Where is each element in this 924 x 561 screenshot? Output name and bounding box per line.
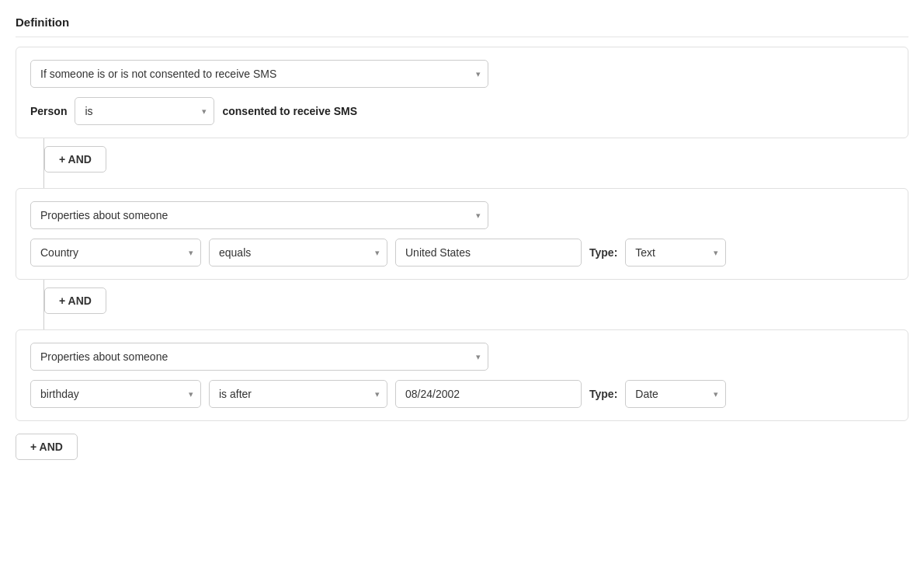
block3-category-select[interactable]: Properties about someone Properties abou… (30, 343, 488, 371)
block3-main-row: Properties about someone Properties abou… (30, 343, 894, 371)
and-button-3-wrapper: + AND (16, 421, 908, 460)
and-connector-2: + AND (16, 280, 908, 322)
and-button-2[interactable]: + AND (44, 287, 106, 314)
block2-type-label: Type: (589, 246, 617, 259)
block2-condition-select[interactable]: equals does not equal contains starts wi… (209, 239, 387, 267)
vertical-line-1b (43, 180, 44, 188)
block2-value-input[interactable] (395, 239, 582, 267)
block2-main-row: Properties about someone Properties abou… (30, 201, 894, 229)
block2-type-select[interactable]: Text Number Date Boolean (625, 239, 726, 267)
block2-condition-wrapper[interactable]: equals does not equal contains starts wi… (209, 239, 387, 267)
block3-property-wrapper[interactable]: birthday first name last name email ▾ (30, 380, 201, 408)
consented-text: consented to receive SMS (222, 105, 357, 117)
block3-condition-wrapper[interactable]: is after is before is on is between ▾ (209, 380, 387, 408)
block2-category-dropdown-wrapper[interactable]: Properties about someone Properties abou… (30, 201, 488, 229)
block3-type-select[interactable]: Date Text Number Boolean (625, 380, 726, 408)
block1-main-row: If someone is or is not consented to rec… (30, 60, 894, 88)
and-button-1-wrapper: + AND (44, 138, 106, 180)
block3-category-dropdown-wrapper[interactable]: Properties about someone Properties abou… (30, 343, 488, 371)
person-label: Person (30, 105, 67, 117)
sms-condition-dropdown-wrapper[interactable]: If someone is or is not consented to rec… (30, 60, 488, 88)
block2-property-select[interactable]: Country City State Zip Code (30, 239, 201, 267)
block2-type-wrapper[interactable]: Text Number Date Boolean ▾ (625, 239, 726, 267)
is-select-wrapper[interactable]: is is not ▾ (75, 97, 214, 125)
block3-value-input[interactable] (395, 380, 582, 408)
block3-type-wrapper[interactable]: Date Text Number Boolean ▾ (625, 380, 726, 408)
is-select[interactable]: is is not (75, 97, 214, 125)
vertical-line-2b (43, 322, 44, 329)
and-button-3[interactable]: + AND (16, 434, 78, 460)
block2-condition-row: Country City State Zip Code ▾ equals doe… (30, 239, 894, 267)
and-button-2-wrapper: + AND (44, 280, 106, 322)
condition-block-2: Properties about someone Properties abou… (16, 188, 908, 280)
sms-condition-select[interactable]: If someone is or is not consented to rec… (30, 60, 488, 88)
block2-property-wrapper[interactable]: Country City State Zip Code ▾ (30, 239, 201, 267)
block3-condition-select[interactable]: is after is before is on is between (209, 380, 387, 408)
block3-condition-row: birthday first name last name email ▾ is… (30, 380, 894, 408)
block2-category-select[interactable]: Properties about someone Properties abou… (30, 201, 488, 229)
and-button-1[interactable]: + AND (44, 146, 106, 172)
page-title: Definition (16, 16, 908, 37)
block1-person-row: Person is is not ▾ consented to receive … (30, 97, 894, 125)
condition-block-1: If someone is or is not consented to rec… (16, 47, 908, 138)
and-connector-1: + AND (16, 138, 908, 180)
block3-type-label: Type: (589, 388, 617, 400)
condition-block-3: Properties about someone Properties abou… (16, 329, 908, 421)
block3-property-select[interactable]: birthday first name last name email (30, 380, 201, 408)
